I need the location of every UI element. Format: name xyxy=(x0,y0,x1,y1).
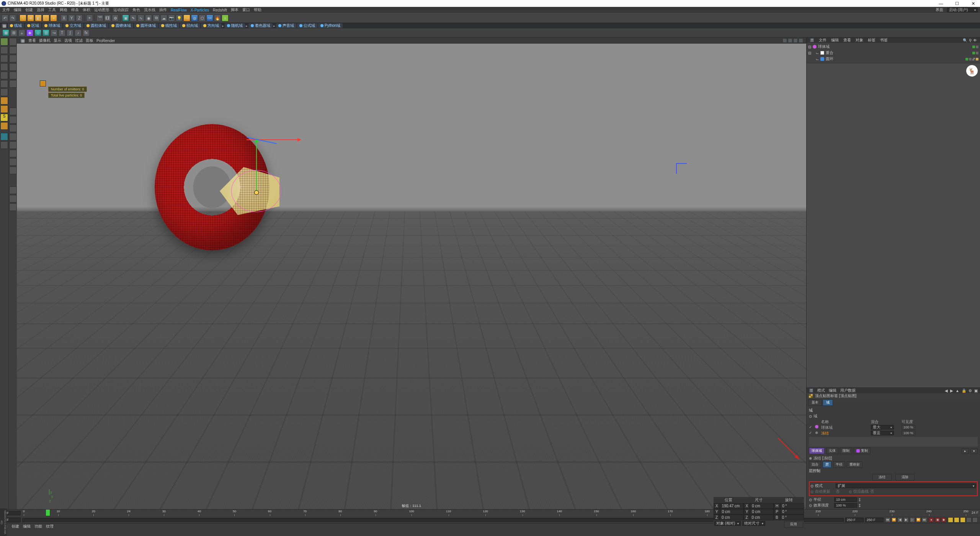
f3-icon[interactable] xyxy=(9,55,17,62)
mode-select[interactable]: 扩展 xyxy=(836,484,976,488)
workplane-icon[interactable] xyxy=(0,133,8,141)
next-frame-icon[interactable]: ▷ xyxy=(910,517,915,523)
f15-icon[interactable] xyxy=(9,186,17,194)
f7-icon[interactable] xyxy=(9,108,17,115)
field-toggle-icon[interactable]: ▦ xyxy=(2,23,7,28)
vp-camera[interactable]: 摄像机 xyxy=(39,38,51,43)
redo-icon[interactable]: ↷ xyxy=(9,15,16,21)
mat-texture[interactable]: 纹理 xyxy=(46,524,54,529)
op-icon[interactable]: OR xyxy=(206,15,213,21)
matrix-icon[interactable]: ⊞ xyxy=(10,29,17,36)
chip-solid[interactable]: 实体 xyxy=(826,448,838,454)
menu-script[interactable]: 脚本 xyxy=(231,7,238,13)
live-select-icon[interactable]: ↖ xyxy=(20,15,26,21)
menu-redshift[interactable]: Redshift xyxy=(213,8,227,12)
key-pos-icon[interactable] xyxy=(948,517,953,523)
vp-filter[interactable]: 过滤 xyxy=(75,38,83,43)
eye-icon[interactable]: 👁 xyxy=(973,38,977,42)
menu-mograph[interactable]: 运动图形 xyxy=(94,7,109,13)
path-icon[interactable]: ↝ xyxy=(51,29,57,36)
rotate-icon[interactable]: ◯ xyxy=(42,15,49,21)
menu-realflow[interactable]: RealFlow xyxy=(171,8,187,12)
x-lock-icon[interactable]: X xyxy=(60,15,67,21)
move-icon[interactable]: ✥ xyxy=(27,15,34,21)
key-param-icon[interactable] xyxy=(966,517,972,523)
vp-display[interactable]: 显示 xyxy=(54,38,61,43)
search-icon[interactable]: 🔍 xyxy=(963,38,967,42)
range-total[interactable]: 250 F xyxy=(865,518,884,522)
key-icon[interactable]: ◆ xyxy=(941,517,946,523)
f2-icon[interactable] xyxy=(9,46,17,54)
field-cylinder[interactable]: 圆柱体域 xyxy=(84,23,108,28)
tab-file[interactable]: 文件 xyxy=(819,38,826,43)
field-icon[interactable]: ◎ xyxy=(34,29,41,36)
maximize-button[interactable]: ☐ xyxy=(952,1,962,6)
magnet-icon[interactable] xyxy=(0,122,8,130)
camera-icon[interactable]: 📷 xyxy=(168,15,175,21)
prev-frame-icon[interactable]: ◀ xyxy=(897,517,903,523)
panel-grip-icon[interactable]: ⠿ xyxy=(810,38,814,42)
field-cube[interactable]: 立方域 xyxy=(63,23,83,28)
render-region-icon[interactable]: 🎞 xyxy=(104,15,111,21)
viewport-corner-icon[interactable] xyxy=(40,80,46,87)
menu-help[interactable]: 帮助 xyxy=(254,7,261,13)
coord-mode1[interactable]: 对象 (相对) xyxy=(714,521,741,526)
tab-bookmark[interactable]: 书签 xyxy=(880,38,888,43)
mat-create[interactable]: 创建 xyxy=(11,524,19,529)
light-icon[interactable]: 💡 xyxy=(176,15,183,21)
layout-select[interactable]: 启动 (用户) xyxy=(947,8,978,12)
time-icon[interactable]: T xyxy=(59,29,65,36)
xp-icon[interactable]: x xyxy=(222,15,229,21)
object-mode-icon[interactable] xyxy=(0,46,8,54)
field-box[interactable]: 区域 xyxy=(25,23,41,28)
menu-mesh[interactable]: 网格 xyxy=(60,7,67,13)
gear-icon[interactable]: ⚙ xyxy=(969,389,972,393)
mat-edit[interactable]: 编辑 xyxy=(23,524,31,529)
f16-icon[interactable] xyxy=(9,195,17,203)
playhead[interactable] xyxy=(46,510,50,516)
vp-panels[interactable]: 面板 xyxy=(86,38,93,43)
fire-icon[interactable]: 🔥 xyxy=(214,15,221,21)
subtab-remap[interactable]: 重映射 xyxy=(847,461,862,468)
field-random[interactable]: 随机域 xyxy=(225,23,245,28)
next-key-icon[interactable]: ⏩ xyxy=(916,517,921,523)
coord-mode2[interactable]: 绝对尺寸 xyxy=(742,521,765,526)
menu-file[interactable]: 文件 xyxy=(2,7,10,13)
generator-icon[interactable]: ◉ xyxy=(145,15,152,21)
close-button[interactable]: ✕ xyxy=(968,1,978,6)
fold-icon[interactable]: ▣ xyxy=(974,389,978,393)
attr-mode[interactable]: 模式 xyxy=(817,388,825,393)
menu-tracker[interactable]: 运动跟踪 xyxy=(113,7,129,13)
chip-limit[interactable]: 限制 xyxy=(840,448,852,454)
cube-icon[interactable]: ▣ xyxy=(122,15,129,21)
z-lock-icon[interactable]: Z xyxy=(76,15,83,21)
chip-copy[interactable]: 复制 xyxy=(854,448,871,454)
range-end[interactable]: 250 F xyxy=(845,518,864,522)
goto-end-icon[interactable]: ⏭ xyxy=(922,517,927,523)
scale-icon[interactable]: ◧ xyxy=(35,15,42,21)
field-layer-sphere[interactable]: ✓ 球体域 最大 100 % xyxy=(809,425,978,430)
apply-button[interactable]: 应用 xyxy=(784,521,803,528)
tab-edit[interactable]: 编辑 xyxy=(831,38,839,43)
f14-icon[interactable] xyxy=(9,167,17,174)
f11-icon[interactable] xyxy=(9,141,17,149)
field-cone[interactable]: 圆锥体域 xyxy=(109,23,133,28)
chip-up-icon[interactable]: ▸ xyxy=(962,448,969,454)
object-manager-empty[interactable] xyxy=(807,64,980,387)
tag-icon[interactable]: ⬡ xyxy=(199,15,206,21)
field-line[interactable]: 线域 xyxy=(8,23,24,28)
vp-nav2-icon[interactable] xyxy=(788,38,792,43)
s-icon[interactable]: S xyxy=(0,114,8,121)
menu-volume[interactable]: 体积 xyxy=(83,7,90,13)
vp-nav4-icon[interactable] xyxy=(799,38,803,43)
snap-icon[interactable] xyxy=(0,105,8,113)
timeline-ruler[interactable]: 0 F 010202430405060708090100110120130140… xyxy=(0,510,980,516)
field-python[interactable]: Python域 xyxy=(318,23,343,28)
deformer-icon[interactable]: ⧉ xyxy=(153,15,160,21)
f5-icon[interactable] xyxy=(9,72,17,79)
goto-start-icon[interactable]: ⏮ xyxy=(885,517,890,523)
menu-tools[interactable]: 工具 xyxy=(48,7,56,13)
tab-tags[interactable]: 标签 xyxy=(868,38,875,43)
viewport[interactable]: Number of emitters: 0 Total live particl… xyxy=(17,44,806,509)
render-settings-icon[interactable]: ⚙ xyxy=(112,15,119,21)
